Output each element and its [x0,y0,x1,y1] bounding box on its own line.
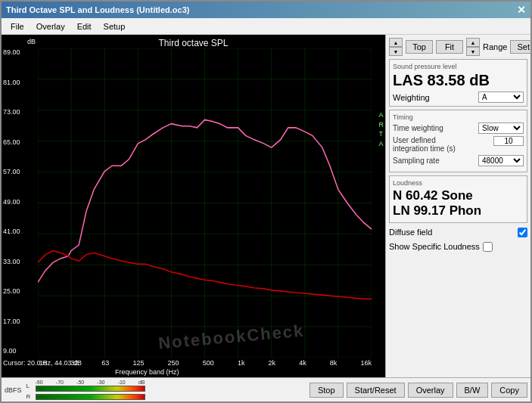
top-controls: ▲ ▼ Top Fit ▲ ▼ Range Set [389,38,527,56]
r-channel-label: R [26,393,34,400]
weighting-select[interactable]: A B C Z [478,91,524,103]
specific-loudness-checkbox[interactable] [483,242,493,252]
chart-area: Third octave SPL dB 89.00 81.00 73.00 65… [2,35,385,377]
title-bar: Third Octave SPL and Loudness (Untitled.… [2,2,530,18]
range-up-button[interactable]: ▲ [466,38,480,47]
timing-section-label: Timing [393,113,524,121]
menu-bar: File Overlay Edit Setup [2,18,530,35]
chart-y-labels: 89.00 81.00 73.00 65.00 57.00 49.00 41.0… [3,48,20,355]
overlay-button[interactable]: Overlay [408,383,453,398]
loudness-n-value: N 60.42 Sone [393,188,524,203]
specific-loudness-label: Show Specific Loudness [389,242,480,251]
chart-db-label: dB [27,38,36,45]
start-reset-button[interactable]: Start/Reset [347,383,405,398]
y-label-41: 41.00 [3,228,20,235]
x-label-4k: 4k [299,359,306,367]
loudness-section: Loudness N 60.42 Sone LN 99.17 Phon [389,175,527,223]
bottom-buttons: Stop Start/Reset Overlay B/W Copy [310,383,527,398]
level-r-row: R [26,393,145,400]
level-l-meter [36,386,145,392]
y-label-49: 49.00 [3,198,20,206]
spl-value: LAS 83.58 dB [393,72,524,88]
diffuse-checkbox[interactable] [518,228,527,237]
range-nav-group: ▲ ▼ [466,38,480,56]
time-weighting-label: Time weighting [393,124,478,132]
menu-overlay[interactable]: Overlay [30,20,71,33]
chart-svg [38,48,372,358]
level-r-meter [36,394,145,400]
sampling-label: Sampling rate [393,157,478,165]
x-label-63: 63 [101,359,109,367]
main-content: Third octave SPL dB 89.00 81.00 73.00 65… [2,35,530,377]
range-label: Range [483,42,507,51]
l-channel-label: L [26,383,34,389]
copy-button[interactable]: Copy [491,383,527,398]
weighting-row: Weighting A B C Z [393,91,524,103]
specific-loudness-row: Show Specific Loudness [389,242,527,252]
y-label-57: 57.00 [3,168,20,175]
sampling-select[interactable]: 44100 48000 96000 [478,155,524,166]
right-panel: ▲ ▼ Top Fit ▲ ▼ Range Set Sound pressure… [385,35,530,377]
arta-label: A R T A [379,110,384,148]
top-up-button[interactable]: ▲ [389,38,403,47]
x-label-16k: 16k [360,359,372,367]
top-down-button[interactable]: ▼ [389,47,403,56]
fit-button[interactable]: Fit [436,40,463,54]
chart-x-labels: 16 32 63 125 250 500 1k 2k 4k 8k 16k [39,359,372,367]
integration-label: User defined integration time (s) [393,136,493,153]
menu-edit[interactable]: Edit [71,20,98,33]
diffuse-label: Diffuse field [389,228,432,237]
y-label-73: 73.00 [3,108,20,116]
menu-setup[interactable]: Setup [98,20,132,33]
diffuse-row: Diffuse field [389,228,527,237]
window-title: Third Octave SPL and Loudness (Untitled.… [6,5,189,14]
stop-button[interactable]: Stop [310,383,344,398]
top-nav-group: ▲ ▼ [389,38,403,56]
loudness-section-label: Loudness [393,179,524,187]
bottom-bar: dBFS L -90 -70 -50 -30 -10 dB R [2,377,530,401]
y-label-65: 65.00 [3,138,20,146]
dbfs-label: dBFS [5,386,22,394]
chart-hz-label: Frequency band (Hz) [115,368,179,376]
x-label-2k: 2k [269,359,276,367]
level-l-row: L -90 -70 -50 -30 -10 dB [26,380,145,392]
integration-input[interactable] [493,136,524,146]
y-label-25: 25.00 [3,287,20,295]
range-down-button[interactable]: ▼ [466,47,480,56]
spl-section-label: Sound pressure level [393,63,524,70]
y-label-89: 89.00 [3,48,20,56]
main-window: Third Octave SPL and Loudness (Untitled.… [0,0,532,403]
bw-button[interactable]: B/W [456,383,489,398]
x-label-125: 125 [132,359,144,367]
menu-file[interactable]: File [5,20,30,33]
set-button[interactable]: Set [510,40,530,54]
close-button[interactable]: ✕ [517,5,526,15]
y-label-33: 33.00 [3,258,20,265]
top-button[interactable]: Top [406,40,433,54]
x-label-8k: 8k [330,359,338,367]
chart-cursor: Cursor: 20.0 Hz, 44.03 dB [3,359,82,367]
weighting-label: Weighting [393,93,430,102]
time-weighting-row: Time weighting Fast Slow Impulse [393,122,524,134]
chart-grid [38,48,372,358]
sampling-row: Sampling rate 44100 48000 96000 [393,155,524,166]
x-label-1k: 1k [238,359,245,367]
y-label-81: 81.00 [3,79,20,86]
loudness-ln-value: LN 99.17 Phon [393,203,524,219]
integration-row: User defined integration time (s) [393,136,524,153]
x-label-250: 250 [168,359,179,367]
y-label-17: 17.00 [3,318,20,325]
timing-section: Timing Time weighting Fast Slow Impulse … [389,110,527,172]
chart-title: Third octave SPL [2,35,385,48]
x-label-500: 500 [203,359,214,367]
y-label-9: 9.00 [3,347,20,355]
level-meters: L -90 -70 -50 -30 -10 dB R [26,380,145,400]
spl-section: Sound pressure level LAS 83.58 dB Weight… [389,59,527,107]
time-weighting-select[interactable]: Fast Slow Impulse [478,122,524,134]
